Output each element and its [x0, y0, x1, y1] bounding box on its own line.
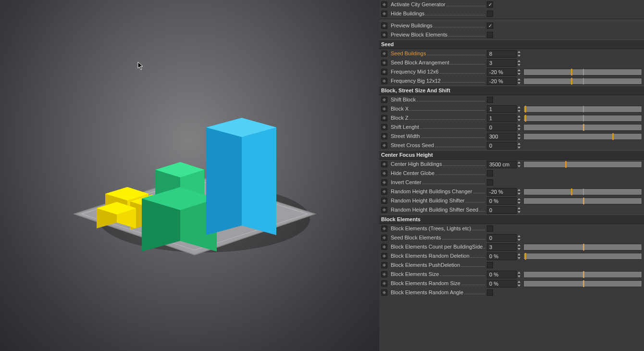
number-input[interactable]	[487, 114, 517, 122]
keyframe-icon[interactable]	[381, 226, 387, 232]
viewport-3d[interactable]	[0, 0, 379, 351]
keyframe-icon[interactable]	[381, 161, 387, 167]
slider-track[interactable]	[523, 78, 642, 85]
keyframe-icon[interactable]	[381, 170, 387, 176]
spinner-icon[interactable]	[517, 234, 521, 242]
slider-track[interactable]	[523, 188, 642, 195]
number-input[interactable]	[487, 124, 517, 131]
slider-track[interactable]	[523, 271, 642, 278]
keyframe-icon[interactable]	[381, 23, 387, 29]
checkbox[interactable]	[487, 11, 493, 17]
param-row: Block Elements Count per BuildingSide	[379, 242, 644, 251]
section-header: Seed	[379, 39, 644, 49]
keyframe-icon[interactable]	[381, 289, 387, 296]
checkbox[interactable]	[487, 179, 493, 186]
checkbox[interactable]	[487, 97, 493, 103]
spinner-icon[interactable]	[517, 188, 521, 196]
slider-track[interactable]	[523, 253, 642, 260]
spinner-icon[interactable]	[517, 133, 521, 140]
number-input[interactable]	[487, 142, 517, 150]
spinner-icon[interactable]	[517, 68, 521, 76]
slider-track[interactable]	[523, 280, 642, 287]
slider-track[interactable]	[523, 115, 642, 122]
keyframe-icon[interactable]	[381, 271, 387, 277]
keyframe-icon[interactable]	[381, 32, 387, 38]
param-label: Street Cross Seed	[391, 142, 434, 148]
spinner-icon[interactable]	[517, 124, 521, 131]
keyframe-icon[interactable]	[381, 133, 387, 139]
number-input[interactable]	[487, 133, 517, 140]
number-input[interactable]	[487, 271, 517, 278]
number-input[interactable]	[487, 77, 517, 85]
param-row: Frequency Big 12x12	[379, 76, 644, 86]
param-row: Block X	[379, 104, 644, 113]
param-row: Preview Buildings✓	[379, 21, 644, 30]
keyframe-icon[interactable]	[381, 188, 387, 195]
checkbox[interactable]	[487, 289, 493, 296]
keyframe-icon[interactable]	[381, 11, 387, 17]
slider-track[interactable]	[523, 198, 642, 204]
keyframe-icon[interactable]	[381, 179, 387, 186]
keyframe-icon[interactable]	[381, 280, 387, 287]
param-row: Random Height Buildings Changer	[379, 187, 644, 196]
number-input[interactable]	[487, 243, 517, 251]
keyframe-icon[interactable]	[381, 115, 387, 121]
checkbox[interactable]	[487, 226, 493, 232]
spinner-icon[interactable]	[517, 243, 521, 251]
slider-track[interactable]	[523, 161, 642, 168]
number-input[interactable]	[487, 59, 517, 67]
slider-track[interactable]	[523, 106, 642, 113]
spinner-icon[interactable]	[517, 105, 521, 113]
keyframe-icon[interactable]	[381, 207, 387, 213]
keyframe-icon[interactable]	[381, 142, 387, 149]
keyframe-icon[interactable]	[381, 235, 387, 241]
slider-track[interactable]	[523, 133, 642, 140]
slider-track[interactable]	[523, 244, 642, 251]
checkbox[interactable]	[487, 32, 493, 38]
spinner-icon[interactable]	[517, 271, 521, 278]
spinner-icon[interactable]	[517, 252, 521, 260]
number-input[interactable]	[487, 50, 517, 58]
param-row: Block Elements (Trees, Lights etc)	[379, 224, 644, 233]
param-row: Seed Block Arrangement	[379, 58, 644, 67]
spinner-icon[interactable]	[517, 197, 521, 205]
checkbox[interactable]	[487, 262, 493, 268]
keyframe-icon[interactable]	[381, 262, 387, 268]
spinner-icon[interactable]	[517, 161, 521, 168]
keyframe-icon[interactable]	[381, 97, 387, 103]
keyframe-icon[interactable]	[381, 244, 387, 250]
number-input[interactable]	[487, 161, 517, 168]
number-input[interactable]	[487, 280, 517, 288]
number-input[interactable]	[487, 197, 517, 205]
spinner-icon[interactable]	[517, 206, 521, 214]
slider-track[interactable]	[523, 69, 642, 75]
spinner-icon[interactable]	[517, 77, 521, 85]
number-input[interactable]	[487, 206, 517, 214]
keyframe-icon[interactable]	[381, 124, 387, 130]
keyframe-icon[interactable]	[381, 253, 387, 259]
keyframe-icon[interactable]	[381, 1, 387, 8]
param-row: Random Height Building Shifter	[379, 196, 644, 205]
keyframe-icon[interactable]	[381, 106, 387, 112]
keyframe-icon[interactable]	[381, 50, 387, 57]
number-input[interactable]	[487, 188, 517, 196]
keyframe-icon[interactable]	[381, 198, 387, 204]
number-input[interactable]	[487, 68, 517, 76]
number-input[interactable]	[487, 105, 517, 113]
keyframe-icon[interactable]	[381, 60, 387, 66]
spinner-icon[interactable]	[517, 142, 521, 150]
checkbox[interactable]	[487, 170, 493, 176]
slider-track[interactable]	[523, 124, 642, 131]
checkbox[interactable]: ✓	[487, 23, 493, 29]
spinner-icon[interactable]	[517, 280, 521, 288]
keyframe-icon[interactable]	[381, 78, 387, 84]
param-row: Seed Buildings	[379, 49, 644, 58]
checkbox[interactable]: ✓	[487, 1, 493, 8]
number-input[interactable]	[487, 234, 517, 242]
param-row: Hide Buildings	[379, 9, 644, 18]
number-input[interactable]	[487, 252, 517, 260]
keyframe-icon[interactable]	[381, 69, 387, 75]
spinner-icon[interactable]	[517, 50, 521, 58]
spinner-icon[interactable]	[517, 114, 521, 122]
spinner-icon[interactable]	[517, 59, 521, 67]
